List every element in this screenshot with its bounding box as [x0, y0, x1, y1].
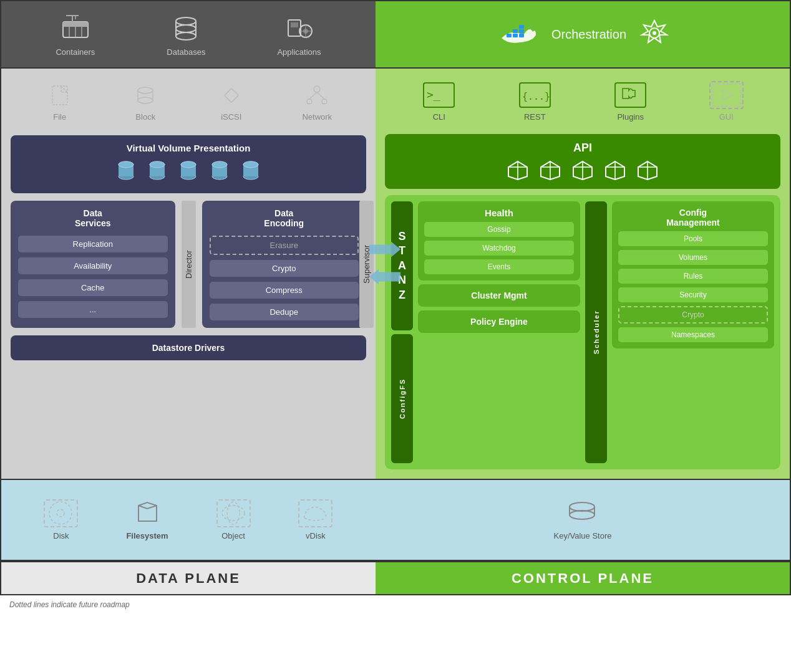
storage-type-file: File	[44, 81, 75, 122]
bottom-vdisk: vDisk	[298, 499, 332, 540]
config-volumes: Volumes	[618, 250, 768, 265]
block-icon	[130, 81, 161, 109]
containers-icon	[60, 12, 91, 44]
storage-type-network: Network	[301, 81, 332, 122]
containers-label: Containers	[56, 47, 95, 57]
filesystem-label: Filesystem	[126, 531, 168, 540]
gui-icon	[709, 81, 744, 109]
de-crypto: Crypto	[210, 260, 359, 277]
block-label: Block	[135, 112, 155, 122]
data-plane: DATA PLANE	[1, 562, 376, 594]
svg-point-8	[176, 17, 196, 25]
middle-left: File Block	[1, 69, 376, 479]
gui-label: GUI	[719, 112, 734, 122]
vvp-title: Virtual Volume Presentation	[23, 143, 354, 153]
access-gui: GUI	[709, 81, 744, 122]
svg-point-34	[314, 86, 320, 92]
de-erasure: Erasure	[210, 236, 359, 255]
file-icon	[44, 81, 75, 109]
cyl-4	[209, 160, 231, 186]
data-services-box: DataServices Replication Availability Ca…	[11, 201, 175, 328]
de-compress: Compress	[210, 282, 359, 299]
svg-rect-66	[712, 84, 740, 106]
svg-text:{...}: {...}	[522, 91, 550, 102]
arrow-left	[369, 269, 400, 287]
plugins-icon	[613, 81, 648, 109]
applications-item: Applications	[277, 12, 321, 57]
svg-point-35	[307, 99, 312, 104]
keyvalue-icon	[565, 499, 599, 527]
helm-icon	[639, 17, 670, 51]
ds-etc: ...	[18, 301, 168, 318]
bottom-row: Disk Filesystem Object	[0, 480, 791, 561]
data-encoding-title: DataEncoding	[210, 208, 359, 228]
cyl-3	[178, 160, 200, 186]
api-title: API	[573, 142, 592, 155]
health-watchdog: Watchdog	[424, 241, 574, 256]
disk-icon	[44, 499, 78, 527]
cluster-section: S T A N Z ConfigFS Health Gossip	[385, 195, 780, 469]
footer-note: Dotted lines indicate future roadmap	[0, 595, 791, 614]
svg-point-9	[176, 25, 196, 32]
top-row: Containers Databases	[0, 0, 791, 69]
right-cluster-col: ConfigManagement Pools Volumes Rules Sec…	[612, 201, 774, 463]
top-right-orchestration: Orchestration	[376, 1, 790, 67]
health-gossip: Gossip	[424, 222, 574, 237]
svg-rect-19	[507, 34, 512, 37]
access-rest: {...} REST	[518, 81, 552, 122]
svg-point-42	[119, 161, 133, 168]
orchestration-icons: Orchestration	[495, 16, 670, 53]
keyvalue-item: Key/Value Store	[554, 499, 612, 540]
main-wrapper: Containers Databases	[0, 0, 791, 614]
data-services-title: DataServices	[18, 208, 168, 228]
network-label: Network	[302, 112, 332, 122]
cyl-2	[147, 160, 168, 186]
access-plugins: Plugins	[613, 81, 648, 122]
data-encoding-box: DataEncoding Erasure Crypto Compress Ded…	[202, 201, 367, 328]
config-mgmt-title: ConfigManagement	[618, 208, 768, 228]
databases-item: Databases	[167, 12, 205, 57]
vvp-box: Virtual Volume Presentation	[11, 135, 366, 193]
svg-point-84	[57, 509, 64, 517]
svg-rect-14	[291, 22, 298, 27]
svg-point-50	[181, 161, 196, 168]
cyl-5	[240, 160, 262, 186]
config-mgmt-box: ConfigManagement Pools Volumes Rules Sec…	[612, 201, 774, 348]
cli-icon: >_	[422, 81, 456, 109]
middle-right: >_ CLI {...} REST	[376, 69, 790, 479]
svg-point-27	[653, 31, 656, 35]
svg-rect-22	[513, 29, 518, 33]
svg-marker-60	[369, 269, 400, 285]
health-box: Health Gossip Watchdog Events	[418, 201, 580, 281]
cyl-1	[115, 160, 137, 186]
svg-rect-21	[519, 34, 524, 37]
svg-rect-65	[615, 83, 646, 107]
health-events: Events	[424, 259, 574, 274]
svg-rect-24	[519, 25, 524, 29]
disk-label: Disk	[53, 531, 69, 540]
bottom-object: Object	[216, 499, 251, 540]
storage-type-iscsi: iSCSI	[216, 81, 247, 122]
config-rules: Rules	[618, 269, 768, 284]
policy-engine-box: Policy Engine	[418, 310, 580, 333]
config-crypto: Crypto	[618, 306, 768, 324]
bottom-right: Key/Value Store	[376, 480, 790, 560]
iscsi-label: iSCSI	[221, 112, 241, 122]
bottom-filesystem: Filesystem	[126, 499, 168, 540]
storage-type-block: Block	[130, 81, 161, 122]
vvp-icons	[23, 160, 354, 186]
api-cube-1	[505, 160, 530, 181]
data-area-wrapper: DataServices Replication Availability Ca…	[11, 201, 366, 328]
svg-marker-67	[722, 90, 732, 101]
applications-label: Applications	[277, 47, 321, 57]
api-cube-2	[538, 160, 563, 181]
object-label: Object	[221, 531, 245, 540]
svg-point-87	[570, 502, 594, 511]
orchestration-label: Orchestration	[551, 27, 626, 42]
configfs-label: ConfigFS	[399, 378, 406, 419]
access-cli: >_ CLI	[422, 81, 456, 122]
svg-point-46	[150, 161, 165, 168]
databases-icon	[170, 12, 201, 44]
arrows-container	[369, 242, 400, 287]
arrow-right	[369, 242, 400, 260]
